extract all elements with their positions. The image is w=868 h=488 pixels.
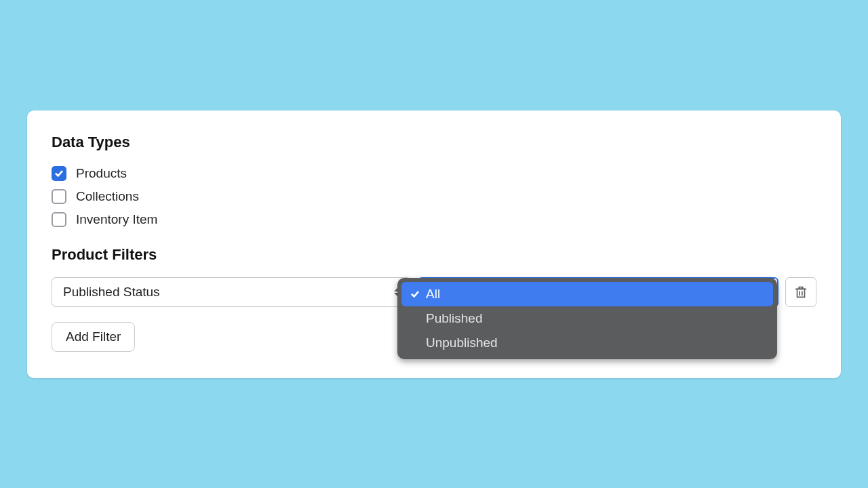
dropdown-option-label: Published	[426, 311, 482, 326]
data-types-heading: Data Types	[52, 134, 816, 151]
filter-row: Published Status All	[52, 277, 816, 307]
dropdown-option-label: All	[426, 287, 440, 302]
check-icon	[54, 169, 64, 178]
dropdown-option-all[interactable]: All	[401, 282, 773, 306]
checkbox-collections[interactable]	[52, 189, 66, 204]
checkbox-label: Products	[76, 166, 127, 181]
checkbox-row-collections[interactable]: Collections	[52, 189, 816, 204]
product-filters-heading: Product Filters	[52, 246, 816, 264]
checkbox-inventory-item[interactable]	[52, 212, 66, 227]
filter-value-dropdown: All Published Unpublished	[397, 278, 777, 359]
check-icon	[410, 289, 420, 299]
filter-field-select[interactable]: Published Status	[52, 277, 411, 307]
add-filter-label: Add Filter	[66, 329, 121, 344]
checkbox-label: Collections	[76, 189, 139, 204]
checkbox-row-inventory-item[interactable]: Inventory Item	[52, 212, 816, 227]
checkbox-label: Inventory Item	[76, 212, 157, 227]
settings-card: Data Types Products Collections Inventor…	[27, 110, 841, 378]
checkbox-row-products[interactable]: Products	[52, 166, 816, 181]
dropdown-option-published[interactable]: Published	[401, 306, 773, 331]
delete-filter-button[interactable]	[785, 277, 816, 307]
dropdown-option-label: Unpublished	[426, 336, 498, 350]
trash-icon	[793, 285, 808, 300]
checkbox-products[interactable]	[52, 166, 66, 181]
filter-field-value: Published Status	[63, 285, 160, 300]
dropdown-option-unpublished[interactable]: Unpublished	[401, 331, 773, 355]
data-types-list: Products Collections Inventory Item	[52, 166, 816, 227]
add-filter-button[interactable]: Add Filter	[52, 322, 135, 352]
